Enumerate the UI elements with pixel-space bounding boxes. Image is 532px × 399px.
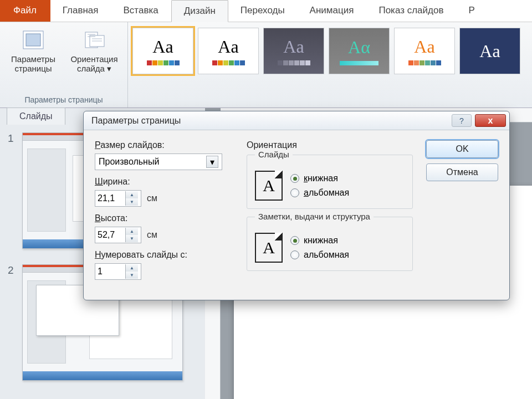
slides-orientation-group: Слайды A книжная альбомная bbox=[247, 155, 413, 209]
group-page-setup: Параметры страницы Ориентация слайда ▾ П… bbox=[0, 22, 128, 108]
notes-portrait-radio[interactable]: книжная bbox=[290, 236, 349, 245]
width-label: Ширина: bbox=[95, 177, 233, 187]
tab-animation[interactable]: Анимация bbox=[298, 0, 367, 22]
svg-rect-1 bbox=[26, 34, 40, 46]
theme-4[interactable]: A bbox=[329, 28, 390, 74]
page-setup-icon bbox=[21, 29, 45, 51]
theme-2[interactable]: Aa bbox=[198, 28, 259, 74]
tab-insert[interactable]: Вставка bbox=[111, 0, 171, 22]
notes-legend: Заметки, выдачи и структура bbox=[255, 212, 374, 221]
number-from-spinner[interactable]: ▲▼ bbox=[95, 263, 141, 280]
height-spinner[interactable]: ▲▼ bbox=[95, 227, 141, 243]
slides-tab[interactable]: Слайды bbox=[7, 108, 65, 125]
page-setup-dialog: Параметры страницы ? x Размер слайдов: П… bbox=[83, 111, 510, 300]
height-unit: см bbox=[147, 230, 157, 240]
page-setup-label: Параметры страницы bbox=[11, 54, 55, 74]
numfrom-up[interactable]: ▲ bbox=[126, 264, 138, 272]
page-setup-button[interactable]: Параметры страницы bbox=[6, 27, 61, 76]
theme-6[interactable]: Aa bbox=[459, 28, 520, 74]
theme-3[interactable]: Aa bbox=[263, 28, 324, 74]
numfrom-down[interactable]: ▼ bbox=[126, 272, 138, 279]
ok-button[interactable]: OK bbox=[426, 140, 498, 158]
width-down[interactable]: ▼ bbox=[126, 198, 138, 206]
tab-file[interactable]: Файл bbox=[0, 0, 50, 22]
orientation-icon bbox=[82, 29, 106, 51]
themes-gallery: Aa Aa Aa A Aa Aa bbox=[128, 22, 525, 108]
tab-slideshow[interactable]: Показ слайдов bbox=[366, 0, 456, 22]
ribbon-tabs: Файл Главная Вставка Дизайн Переходы Ани… bbox=[0, 0, 532, 22]
height-input[interactable] bbox=[95, 230, 125, 240]
group-page-setup-label: Параметры страницы bbox=[24, 93, 103, 108]
slide-orientation-button[interactable]: Ориентация слайда ▾ bbox=[66, 27, 122, 76]
number-from-label: Нумеровать слайды с: bbox=[95, 250, 233, 260]
width-unit: см bbox=[147, 193, 157, 203]
slide-number-2: 2 bbox=[8, 264, 16, 381]
orientation-heading: Ориентация bbox=[247, 140, 413, 150]
theme-1[interactable]: Aa bbox=[132, 28, 193, 74]
slide-size-label: Размер слайдов: bbox=[95, 140, 233, 150]
width-spinner[interactable]: ▲▼ bbox=[95, 190, 141, 207]
slide-number-1: 1 bbox=[8, 132, 16, 249]
height-up[interactable]: ▲ bbox=[126, 228, 138, 235]
width-up[interactable]: ▲ bbox=[126, 191, 138, 198]
cancel-button[interactable]: Отмена bbox=[426, 163, 498, 181]
slides-portrait-radio[interactable]: книжная bbox=[290, 173, 349, 183]
slide-panel-tabs: Слайды bbox=[7, 108, 65, 125]
dialog-title-text: Параметры страницы bbox=[84, 116, 181, 126]
width-input[interactable] bbox=[95, 193, 125, 203]
portrait-icon: A bbox=[255, 171, 283, 201]
slide-size-value: Произвольный bbox=[99, 157, 159, 167]
dialog-close-button[interactable]: x bbox=[475, 114, 506, 127]
tab-transitions[interactable]: Переходы bbox=[228, 0, 298, 22]
ribbon-body: Параметры страницы Ориентация слайда ▾ П… bbox=[0, 22, 532, 108]
dialog-titlebar[interactable]: Параметры страницы ? x bbox=[84, 111, 509, 130]
height-down[interactable]: ▼ bbox=[126, 235, 138, 242]
tab-design[interactable]: Дизайн bbox=[171, 0, 228, 22]
height-label: Высота: bbox=[95, 213, 233, 223]
notes-landscape-radio[interactable]: альбомная bbox=[290, 250, 349, 260]
orientation-label: Ориентация слайда ▾ bbox=[70, 54, 117, 74]
portrait-icon-2: A bbox=[255, 233, 283, 263]
tab-truncated[interactable]: Р bbox=[456, 0, 487, 22]
slides-legend: Слайды bbox=[255, 150, 293, 159]
dialog-help-button[interactable]: ? bbox=[452, 114, 472, 127]
theme-5[interactable]: Aa bbox=[394, 28, 455, 74]
notes-orientation-group: Заметки, выдачи и структура A книжная ал… bbox=[247, 217, 413, 271]
tab-home[interactable]: Главная bbox=[50, 0, 111, 22]
chevron-down-icon: ▾ bbox=[206, 156, 218, 168]
slide-size-combo[interactable]: Произвольный ▾ bbox=[95, 154, 222, 170]
number-from-input[interactable] bbox=[95, 267, 125, 277]
slides-landscape-radio[interactable]: альбомная bbox=[290, 188, 349, 198]
